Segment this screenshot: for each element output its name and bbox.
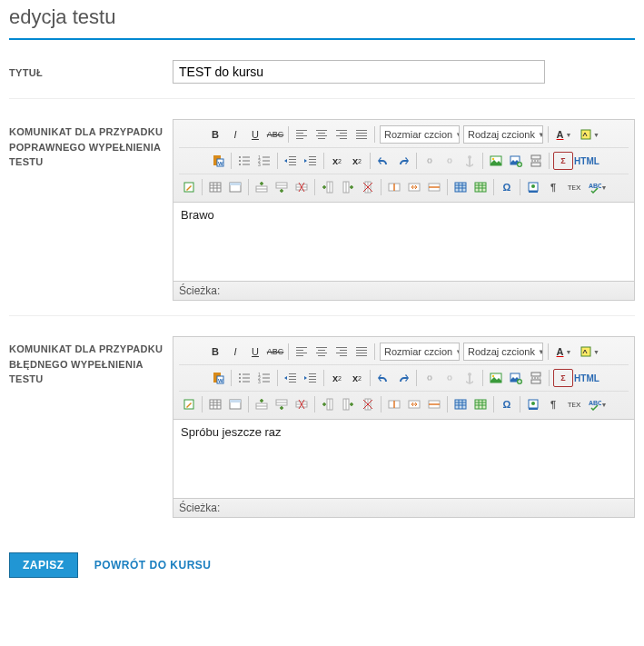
subscript-icon[interactable]: x2 (328, 369, 346, 387)
back-link[interactable]: POWRÓT DO KURSU (94, 559, 212, 571)
table3-icon[interactable] (471, 395, 490, 413)
font-family-select[interactable]: Rodzaj czcionk▼ (463, 343, 543, 361)
cells-split-v-icon[interactable] (425, 395, 443, 413)
row-before-icon[interactable] (253, 395, 271, 413)
omega-icon[interactable]: Ω (498, 178, 516, 196)
col-before-icon[interactable] (319, 178, 337, 196)
align-center-icon[interactable] (312, 343, 331, 361)
text-color-icon[interactable]: A▼ (552, 125, 576, 144)
redo-icon[interactable] (394, 369, 412, 387)
image-icon[interactable] (487, 369, 505, 387)
table-props-icon[interactable] (226, 395, 244, 413)
align-right-icon[interactable] (332, 125, 351, 144)
pilcrow-icon[interactable]: ¶ (544, 178, 562, 196)
align-left-icon[interactable] (292, 125, 311, 144)
superscript-icon[interactable]: x2 (348, 369, 366, 387)
cells-split-h-icon[interactable] (385, 395, 403, 413)
italic-icon[interactable]: I (226, 125, 244, 144)
anchor-icon[interactable] (461, 369, 479, 387)
edit-template-icon[interactable] (180, 178, 198, 196)
underline-icon[interactable]: U (246, 125, 264, 144)
table-props-icon[interactable] (226, 178, 244, 196)
row-delete-icon[interactable] (292, 395, 311, 413)
pagebreak-icon[interactable] (527, 369, 545, 387)
cells-split-v-icon[interactable] (425, 178, 443, 196)
row-delete-icon[interactable] (292, 178, 311, 196)
underline-icon[interactable]: U (246, 343, 264, 361)
font-size-select[interactable]: Rozmiar czcion▼ (380, 343, 460, 361)
rte-ok-body[interactable]: Brawo (173, 203, 634, 281)
redo-icon[interactable] (394, 152, 412, 170)
font-family-select[interactable]: Rodzaj czcionk▼ (463, 125, 543, 144)
bold-icon[interactable]: B (206, 125, 224, 144)
edit-template-icon[interactable] (180, 395, 198, 413)
table-icon[interactable] (206, 395, 224, 413)
align-left-icon[interactable] (292, 343, 311, 361)
align-justify-icon[interactable] (352, 343, 371, 361)
italic-icon[interactable]: I (226, 343, 244, 361)
unlink-icon[interactable] (441, 369, 459, 387)
tex-icon[interactable]: Σ (553, 369, 573, 387)
subscript-icon[interactable]: x2 (328, 152, 346, 170)
preview-icon[interactable] (524, 395, 542, 413)
align-center-icon[interactable] (312, 125, 331, 144)
bold-icon[interactable]: B (206, 343, 224, 361)
list-ul-icon[interactable] (235, 369, 253, 387)
tex2-icon[interactable]: TEX (564, 178, 584, 196)
superscript-icon[interactable]: x2 (348, 152, 366, 170)
image-add-icon[interactable] (507, 152, 525, 170)
spellcheck-icon[interactable]: ABC▼ (586, 178, 609, 196)
table-icon[interactable] (206, 178, 224, 196)
link-icon[interactable] (421, 369, 439, 387)
col-after-icon[interactable] (339, 178, 357, 196)
bg-color-icon[interactable]: ▼ (578, 125, 601, 144)
html-icon[interactable]: HTML (575, 369, 599, 387)
omega-icon[interactable]: Ω (498, 395, 516, 413)
bg-color-icon[interactable]: ▼ (578, 343, 601, 361)
list-ul-icon[interactable] (235, 152, 253, 170)
rte-bad-body[interactable]: Spróbu jeszcze raz (173, 420, 634, 498)
indent-icon[interactable] (302, 369, 320, 387)
cells-merge-icon[interactable] (405, 178, 423, 196)
col-delete-icon[interactable] (359, 395, 377, 413)
cells-split-h-icon[interactable] (385, 178, 403, 196)
paste-word-icon[interactable]: W (209, 152, 227, 170)
table2-icon[interactable] (451, 395, 470, 413)
undo-icon[interactable] (374, 152, 392, 170)
align-justify-icon[interactable] (352, 125, 371, 144)
pilcrow-icon[interactable]: ¶ (544, 395, 562, 413)
pagebreak-icon[interactable] (527, 152, 545, 170)
text-color-icon[interactable]: A▼ (552, 343, 576, 361)
html-icon[interactable]: HTML (575, 152, 599, 170)
row-before-icon[interactable] (253, 178, 271, 196)
tex2-icon[interactable]: TEX (564, 395, 584, 413)
paste-word-icon[interactable]: W (209, 369, 227, 387)
col-before-icon[interactable] (319, 395, 337, 413)
cells-merge-icon[interactable] (405, 395, 423, 413)
align-right-icon[interactable] (332, 343, 351, 361)
anchor-icon[interactable] (461, 152, 479, 170)
table3-icon[interactable] (471, 178, 490, 196)
font-size-select[interactable]: Rozmiar czcion▼ (380, 125, 460, 144)
list-ol-icon[interactable]: 123 (255, 152, 273, 170)
strike-icon[interactable]: ABC (266, 125, 284, 144)
col-delete-icon[interactable] (359, 178, 377, 196)
strike-icon[interactable]: ABC (266, 343, 284, 361)
tex-icon[interactable]: Σ (553, 152, 573, 170)
image-add-icon[interactable] (507, 369, 525, 387)
list-ol-icon[interactable]: 123 (255, 369, 273, 387)
save-button[interactable]: ZAPISZ (9, 552, 78, 578)
outdent-icon[interactable] (282, 152, 300, 170)
row-after-icon[interactable] (272, 395, 291, 413)
table2-icon[interactable] (451, 178, 470, 196)
row-after-icon[interactable] (272, 178, 291, 196)
unlink-icon[interactable] (441, 152, 459, 170)
image-icon[interactable] (487, 152, 505, 170)
link-icon[interactable] (421, 152, 439, 170)
outdent-icon[interactable] (282, 369, 300, 387)
title-input[interactable] (173, 60, 545, 84)
indent-icon[interactable] (302, 152, 320, 170)
undo-icon[interactable] (374, 369, 392, 387)
spellcheck-icon[interactable]: ABC▼ (586, 395, 609, 413)
preview-icon[interactable] (524, 178, 542, 196)
